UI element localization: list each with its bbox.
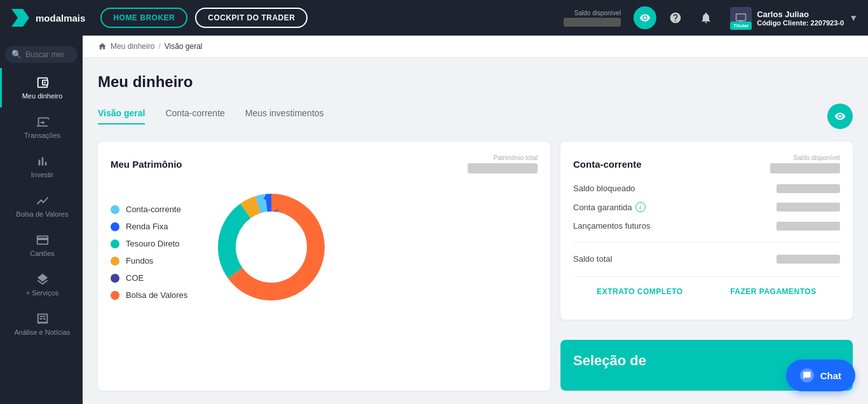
list-item: Tesouro Direto bbox=[111, 239, 187, 248]
sidebar: 🔍 Meu dinheiro Transações Investir bbox=[0, 36, 83, 404]
conta-card-header: Conta-corrente Saldo disponível bbox=[573, 154, 840, 173]
tab-visao-geral[interactable]: Visão geral bbox=[98, 108, 145, 125]
info-icon[interactable]: i bbox=[635, 202, 646, 212]
saldo-total-label: Saldo total bbox=[573, 254, 612, 264]
legend-label-coe: COE bbox=[126, 273, 144, 283]
stock-icon bbox=[36, 194, 50, 208]
lancamentos-futuros-value bbox=[776, 222, 840, 231]
chat-bubble-icon bbox=[800, 368, 814, 382]
sidebar-item-meu-dinheiro[interactable]: Meu dinheiro bbox=[0, 68, 83, 107]
table-row: Conta garantida i bbox=[573, 202, 840, 212]
legend-label-bolsa: Bolsa de Valores bbox=[126, 290, 187, 300]
user-code: Código Cliente: 2207923-0 bbox=[757, 19, 844, 27]
home-broker-button[interactable]: HOME BROKER bbox=[100, 8, 187, 28]
extrato-completo-button[interactable]: EXTRATO COMPLETO bbox=[597, 287, 682, 296]
main-content: Meu dinheiro / Visão geral Meu dinheiro … bbox=[83, 36, 868, 404]
legend-label-tesouro-direto: Tesouro Direto bbox=[126, 239, 180, 248]
logo-icon bbox=[10, 8, 31, 28]
svg-marker-0 bbox=[11, 9, 29, 27]
conta-saldo-value bbox=[770, 163, 840, 173]
legend-label-renda-fixa: Renda Fixa bbox=[126, 222, 168, 231]
transactions-icon bbox=[36, 115, 50, 129]
breadcrumb-current: Visão geral bbox=[165, 42, 203, 51]
toggle-visibility-button[interactable] bbox=[634, 6, 656, 29]
sidebar-search[interactable]: 🔍 bbox=[5, 46, 78, 63]
patrimony-total-label: Patrimônio total bbox=[494, 154, 538, 161]
chat-icon bbox=[803, 371, 811, 380]
selecao-title: Seleção de bbox=[573, 353, 646, 368]
sidebar-item-analise[interactable]: Análise e Notícias bbox=[0, 304, 83, 344]
news-icon bbox=[36, 312, 50, 326]
sidebar-item-label: Bolsa de Valores bbox=[16, 210, 68, 218]
saldo-total-value bbox=[776, 255, 840, 264]
tab-conta-corrente[interactable]: Conta-corrente bbox=[165, 108, 224, 125]
table-row: Lançamentos futuros bbox=[573, 221, 840, 231]
conta-saldo-area: Saldo disponível bbox=[770, 154, 840, 173]
sidebar-item-label: Meu dinheiro bbox=[22, 92, 63, 100]
table-row: Saldo total bbox=[573, 254, 840, 264]
user-dropdown-button[interactable]: ▼ bbox=[849, 13, 858, 23]
breadcrumb: Meu dinheiro / Visão geral bbox=[83, 36, 868, 58]
card-icon bbox=[36, 233, 50, 247]
legend-dot-tesouro-direto bbox=[111, 239, 119, 248]
chat-label: Chat bbox=[820, 370, 841, 381]
legend-label-conta-corrente: Conta-corrente bbox=[126, 205, 181, 214]
cockpit-trader-button[interactable]: COCKPIT DO TRADER bbox=[195, 8, 308, 28]
conta-garantida-label: Conta garantida i bbox=[573, 202, 646, 212]
donut-chart bbox=[208, 184, 335, 311]
patrimony-card: Meu Patrimônio Patrimônio total Conta-co… bbox=[98, 142, 550, 391]
user-area: Titular Carlos Juliao Código Cliente: 22… bbox=[730, 7, 858, 29]
sidebar-item-transacoes[interactable]: Transações bbox=[0, 107, 83, 147]
logo: modalmais bbox=[10, 8, 85, 28]
toggle-values-button[interactable] bbox=[827, 104, 853, 129]
main-layout: 🔍 Meu dinheiro Transações Investir bbox=[0, 36, 868, 404]
list-item: COE bbox=[111, 273, 187, 283]
legend-dot-conta-corrente bbox=[111, 205, 119, 214]
sidebar-item-label: Análise e Notícias bbox=[14, 328, 70, 336]
patrimony-total-value bbox=[468, 163, 538, 173]
breadcrumb-separator: / bbox=[158, 42, 160, 51]
search-input[interactable] bbox=[25, 50, 64, 59]
donut-svg bbox=[208, 184, 335, 311]
conta-rows: Saldo bloqueado Conta garantida i bbox=[573, 184, 840, 264]
legend-dot-renda-fixa bbox=[111, 222, 119, 231]
legend-dot-coe bbox=[111, 274, 119, 283]
fazer-pagamentos-button[interactable]: FAZER PAGAMENTOS bbox=[730, 287, 817, 296]
home-breadcrumb-icon bbox=[98, 42, 107, 51]
patrimony-card-header: Meu Patrimônio Patrimônio total bbox=[111, 154, 538, 173]
avatar: Titular bbox=[730, 7, 752, 29]
list-item: Bolsa de Valores bbox=[111, 290, 187, 300]
sidebar-item-mais-servicos[interactable]: + Serviços bbox=[0, 265, 83, 304]
chart-bar-icon bbox=[36, 154, 50, 168]
breadcrumb-home[interactable]: Meu dinheiro bbox=[111, 42, 154, 51]
search-icon: 🔍 bbox=[11, 50, 22, 59]
sidebar-item-label: Transações bbox=[24, 131, 60, 139]
sidebar-item-investir[interactable]: Investir bbox=[0, 147, 83, 186]
conta-saldo-label: Saldo disponível bbox=[794, 154, 840, 161]
list-item: Conta-corrente bbox=[111, 205, 187, 214]
table-row: Saldo bloqueado bbox=[573, 184, 840, 193]
saldo-bloqueado-label: Saldo bloqueado bbox=[573, 184, 635, 193]
svg-point-7 bbox=[236, 212, 306, 282]
eye-tab-icon bbox=[834, 111, 846, 122]
legend-label-fundos: Fundos bbox=[126, 256, 153, 266]
sidebar-item-bolsa-valores[interactable]: Bolsa de Valores bbox=[0, 186, 83, 226]
tab-meus-investimentos[interactable]: Meus investimentos bbox=[245, 108, 324, 125]
topnav: modalmais HOME BROKER COCKPIT DO TRADER … bbox=[0, 0, 868, 36]
help-button[interactable] bbox=[664, 6, 687, 29]
titular-badge: Titular bbox=[730, 22, 752, 30]
logo-text: modalmais bbox=[36, 13, 85, 24]
sidebar-item-label: + Serviços bbox=[26, 289, 59, 297]
saldo-bloqueado-value bbox=[776, 184, 840, 193]
saldo-bar bbox=[564, 18, 621, 27]
notifications-button[interactable] bbox=[695, 6, 717, 29]
user-info: Carlos Juliao Código Cliente: 2207923-0 bbox=[757, 10, 844, 27]
divider bbox=[573, 242, 840, 243]
page-body: Meu dinheiro Visão geral Conta-corrente … bbox=[83, 58, 868, 401]
sidebar-item-cartoes[interactable]: Cartões bbox=[0, 226, 83, 265]
conta-actions: EXTRATO COMPLETO FAZER PAGAMENTOS bbox=[573, 276, 840, 296]
list-item: Renda Fixa bbox=[111, 222, 187, 231]
conta-corrente-card: Conta-corrente Saldo disponível Saldo bl… bbox=[560, 142, 853, 320]
conta-card-title: Conta-corrente bbox=[573, 159, 642, 170]
chat-button[interactable]: Chat bbox=[786, 360, 855, 391]
